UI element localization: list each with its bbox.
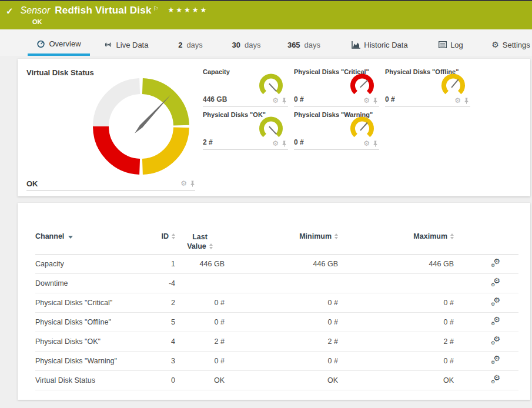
channel-settings-icon[interactable]: ⚙⚙	[490, 375, 501, 384]
mini-gauge	[349, 116, 376, 141]
broadcast-icon	[103, 40, 113, 49]
gear-icon[interactable]: ⚙	[363, 140, 370, 147]
tab-overview[interactable]: Overview	[28, 34, 90, 56]
channel-minimum: 446 GB	[225, 260, 338, 268]
pin-icon[interactable]	[373, 141, 378, 147]
gauge-icon	[36, 39, 45, 48]
channel-settings-icon[interactable]: ⚙⚙	[490, 297, 501, 307]
mini-gauge	[349, 73, 376, 98]
channel-table-header: Channel ID Last Value Minimum Maximum	[35, 226, 518, 255]
gear-icon[interactable]: ⚙	[180, 180, 187, 187]
gear-icon[interactable]: ⚙	[454, 97, 461, 104]
channel-last-value: 446 GB	[175, 260, 225, 268]
tab-label: Overview	[49, 39, 81, 48]
sort-icon	[209, 243, 213, 249]
mini-gauge	[257, 116, 285, 141]
sort-icon	[450, 233, 454, 239]
tab-label: Log	[450, 41, 463, 49]
prtg-sensor-page: ✓ Sensor Redfish Virtual Disk ⚐ ★★★★★ OK…	[0, 0, 532, 408]
channel-table: Channel ID Last Value Minimum Maximum Ca…	[35, 226, 518, 390]
channel-maximum: 0 #	[338, 299, 454, 307]
tab-live-data[interactable]: Live Data	[99, 34, 153, 56]
gear-icon[interactable]: ⚙	[272, 140, 279, 147]
table-row[interactable]: Downtime -4 ⚙⚙	[35, 274, 518, 293]
gear-icon[interactable]: ⚙	[363, 97, 370, 104]
sensor-title: Redfish Virtual Disk	[55, 5, 151, 16]
header-id[interactable]: ID	[140, 232, 175, 240]
tab-365-days[interactable]: 365 days	[283, 34, 325, 56]
pin-icon[interactable]	[190, 180, 195, 187]
channel-maximum: 0 #	[338, 318, 454, 326]
channel-last-value: 0 #	[175, 357, 225, 365]
log-list-icon	[439, 41, 447, 48]
pin-icon[interactable]	[464, 98, 469, 104]
channel-settings-icon[interactable]: ⚙⚙	[490, 259, 501, 268]
header-maximum[interactable]: Maximum	[338, 232, 454, 240]
table-row[interactable]: Physical Disks "Warning" 3 0 # 0 # 0 # ⚙…	[35, 352, 518, 371]
channel-id: 5	[140, 318, 175, 326]
mini-gauge-panel-critical: Physical Disks "Critical" 0 # ⚙	[294, 68, 379, 107]
gear-icon[interactable]: ⚙	[272, 97, 279, 104]
header-channel[interactable]: Channel	[35, 232, 140, 240]
tab-2-days[interactable]: 2 days	[172, 34, 209, 56]
sensor-status-text: OK	[32, 18, 526, 25]
channel-settings-icon[interactable]: ⚙⚙	[490, 278, 501, 287]
tab-number: 365	[287, 41, 300, 49]
tab-unit: days	[305, 41, 320, 49]
pin-icon[interactable]	[282, 141, 287, 147]
status-check-icon: ✓	[6, 6, 14, 16]
tab-historic-data[interactable]: Historic Data	[347, 34, 413, 56]
channel-name: Physical Disks "Warning"	[35, 357, 140, 365]
channel-id: 3	[140, 357, 175, 365]
table-row[interactable]: Virtual Disk Status 0 OK OK OK ⚙⚙	[35, 371, 518, 390]
sensor-header: ✓ Sensor Redfish Virtual Disk ⚐ ★★★★★ OK	[0, 1, 532, 29]
channel-settings-icon[interactable]: ⚙⚙	[490, 356, 501, 365]
table-row[interactable]: Capacity 1 446 GB 446 GB 446 GB ⚙⚙	[35, 255, 518, 274]
channel-id: 4	[140, 337, 175, 346]
pin-icon[interactable]	[373, 98, 378, 104]
tab-log[interactable]: Log	[434, 34, 468, 56]
channel-name: Physical Disks "Critical"	[35, 299, 140, 307]
flag-icon[interactable]: ⚐	[153, 5, 159, 12]
channel-last-value: OK	[175, 376, 225, 384]
status-gauge-value: OK	[26, 179, 38, 188]
tab-settings[interactable]: ⚙ Settings	[488, 34, 532, 56]
header-last-value[interactable]: Last Value	[175, 232, 225, 252]
tab-30-days[interactable]: 30 days	[227, 34, 265, 56]
channel-maximum: OK	[338, 376, 454, 384]
tab-number: 2	[178, 41, 182, 49]
sort-desc-icon	[68, 236, 73, 239]
mini-gauge-panel-offline: Physical Disks "Offline" 0 # ⚙	[385, 68, 470, 107]
mini-gauge-value: 0 #	[294, 138, 304, 146]
channel-settings-icon[interactable]: ⚙⚙	[490, 336, 501, 346]
table-row[interactable]: Physical Disks "OK" 4 2 # 2 # 2 # ⚙⚙	[35, 332, 518, 352]
channel-last-value: 0 #	[175, 318, 225, 326]
tab-unit: days	[245, 41, 260, 49]
table-row[interactable]: Physical Disks "Offline" 5 0 # 0 # 0 # ⚙…	[35, 313, 518, 332]
tab-number: 30	[232, 41, 240, 49]
channel-maximum: 2 #	[338, 337, 454, 346]
pin-icon[interactable]	[282, 98, 287, 104]
channel-name: Virtual Disk Status	[35, 376, 140, 384]
mini-gauge-panel-warning: Physical Disks "Warning" 0 # ⚙	[294, 111, 379, 150]
object-kind-label: Sensor	[21, 5, 51, 16]
channel-name: Physical Disks "OK"	[35, 337, 140, 346]
channel-name: Physical Disks "Offline"	[35, 318, 140, 326]
priority-stars[interactable]: ★★★★★	[168, 6, 209, 14]
channel-id: 0	[140, 376, 175, 384]
gear-icon: ⚙	[491, 41, 499, 49]
mini-gauge-value: 0 #	[385, 95, 395, 103]
channel-minimum: OK	[225, 376, 338, 384]
mini-gauge	[440, 73, 467, 98]
gauges-panel: Virtual Disk Status OK ⚙ Capacity 446 GB…	[18, 59, 530, 196]
area-chart-icon	[352, 41, 360, 49]
tab-label: Live Data	[116, 41, 149, 49]
channel-last-value: 0 #	[175, 299, 225, 307]
mini-gauge-panel-ok: Physical Disks "OK" 2 # ⚙	[203, 111, 288, 150]
channel-name: Downtime	[35, 279, 140, 287]
mini-gauge	[257, 73, 285, 98]
table-row[interactable]: Physical Disks "Critical" 2 0 # 0 # 0 # …	[35, 293, 518, 313]
tab-bar: Overview Live Data 2 days 30 days 365 da…	[0, 29, 532, 56]
header-minimum[interactable]: Minimum	[225, 232, 338, 240]
channel-settings-icon[interactable]: ⚙⚙	[490, 317, 501, 326]
